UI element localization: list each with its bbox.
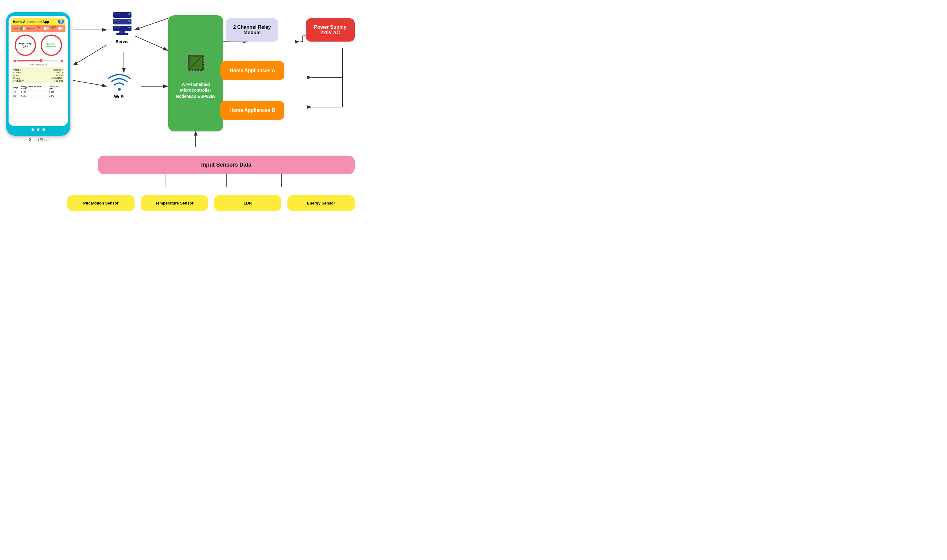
pir-sensor-box: PIR Motion Sensor: [67, 195, 134, 211]
svg-rect-32: [113, 26, 131, 31]
light-label: Light :: [51, 26, 56, 31]
svg-rect-27: [128, 13, 130, 15]
energy-table-col2: Energy Consumption (KWh): [20, 85, 48, 91]
phone-title: Home Automation App: [13, 20, 49, 23]
ldr-label: LDR: [244, 201, 252, 205]
svg-rect-25: [114, 13, 117, 14]
temp-sensor-box: Temperature Sensor: [141, 195, 208, 211]
temp-sensor-circle: High Temp 28°: [15, 35, 36, 56]
current-value: : 0.000 A: [54, 72, 63, 74]
motion-sensor-circle: Motion Detected: [41, 35, 62, 56]
energy-label: Energy: [14, 77, 20, 79]
svg-rect-35: [128, 26, 130, 28]
slider-bar[interactable]: [17, 60, 59, 62]
light-intensity-label: Light Intensity 28: [11, 63, 65, 66]
energy-table-col3: Daily Cost (RM): [48, 85, 64, 91]
svg-rect-55: [193, 70, 194, 73]
phone-dot-2: [37, 128, 40, 131]
svg-rect-28: [113, 19, 131, 25]
auto-toggle[interactable]: [20, 27, 25, 30]
svg-rect-30: [118, 20, 120, 21]
svg-rect-33: [114, 26, 117, 28]
fan-toggle[interactable]: [43, 27, 49, 30]
svg-line-6: [73, 80, 107, 86]
day-22: 22: [12, 94, 20, 98]
auto-label: Auto: [13, 27, 18, 30]
phone-dots: [9, 126, 68, 132]
svg-rect-42: [185, 57, 188, 59]
phone-controls: Auto Manual Fan : Light :: [11, 25, 65, 32]
energy-sensor-label: Energy Sensor: [307, 201, 335, 205]
energy-value: : 0.108 KWh: [51, 77, 63, 79]
phone-g-button[interactable]: G: [58, 20, 64, 23]
mcu-chip-icon: [180, 48, 211, 78]
ldr-sensor-box: LDR: [214, 195, 281, 211]
svg-rect-50: [191, 52, 192, 55]
svg-line-8: [134, 36, 168, 51]
phone: Home Automation App G Auto Manual Fan : …: [6, 12, 70, 136]
voltage-value: : 247.90 V: [53, 69, 63, 71]
slider-right-dot: [60, 60, 63, 62]
light-toggle[interactable]: [58, 27, 64, 30]
phone-dot-3: [43, 128, 45, 131]
appliance-a-box: Home Appliances A: [220, 61, 284, 80]
pir-label: PIR Motion Sensor: [83, 201, 119, 205]
svg-rect-43: [185, 60, 188, 62]
energy-table: Days Energy Consumption (KWh) Daily Cost…: [12, 85, 64, 98]
voltage-row: Voltage : 247.90 V: [14, 68, 63, 71]
power-label: Power: [14, 74, 20, 77]
phone-container: Home Automation App G Auto Manual Fan : …: [6, 12, 73, 142]
energy-table-col1: Days: [12, 85, 20, 91]
wifi-icon: [107, 73, 131, 92]
temp-label: Temperature Sensor: [155, 201, 193, 205]
svg-rect-44: [185, 63, 188, 64]
fan-label: Fan :: [37, 26, 42, 31]
svg-rect-54: [191, 70, 192, 73]
mcu-line3: NodeMCU ESP8266: [176, 94, 216, 99]
current-row: Current : 0.000 A: [14, 71, 63, 74]
appliance-b-box: Home Appliances B: [220, 101, 284, 120]
relay-label-line1: 2 Channel Relay: [233, 25, 271, 30]
mcu-box: Wi-Fi Enabled Microcontroller NodeMCU ES…: [168, 15, 223, 131]
slider-thumb: [40, 59, 43, 62]
relay-box: 2 Channel Relay Module: [226, 18, 278, 42]
svg-rect-51: [193, 52, 194, 55]
power-label-line1: Power Supply: [314, 25, 346, 30]
mcu-label: Wi-Fi Enabled Microcontroller NodeMCU ES…: [176, 82, 216, 100]
relay-label-line2: Module: [243, 30, 260, 35]
svg-rect-29: [114, 20, 117, 21]
voltage-label: Voltage: [14, 69, 20, 71]
frequency-label: Frequency: [14, 80, 23, 82]
svg-rect-52: [196, 52, 197, 55]
phone-header: Home Automation App G: [11, 18, 65, 25]
energy-row: Energy : 0.108 KWh: [14, 77, 63, 80]
power-supply-box: Power Supply 220V AC: [306, 18, 355, 42]
svg-rect-46: [203, 57, 206, 59]
cost-21: 0.041: [48, 91, 64, 94]
sensor-boxes: PIR Motion Sensor Temperature Sensor LDR…: [67, 195, 355, 211]
svg-line-3: [73, 45, 107, 65]
energy-21: 0.182: [20, 91, 48, 94]
wifi-label: Wi-Fi: [107, 94, 131, 99]
svg-rect-26: [118, 13, 120, 14]
phone-dot-1: [31, 128, 34, 131]
diagram: Home Automation App G Auto Manual Fan : …: [6, 6, 361, 214]
current-label: Current: [14, 72, 20, 74]
phone-screen: Home Automation App G Auto Manual Fan : …: [9, 16, 68, 126]
svg-rect-57: [199, 70, 200, 73]
svg-rect-31: [128, 20, 130, 22]
wifi-box: Wi-Fi: [107, 73, 131, 99]
sensors-data-box: Input Sensors Data: [98, 155, 355, 174]
frequency-row: Frequency : 49.9 Hz: [14, 80, 63, 82]
sensors-data-label: Input Sensors Data: [201, 162, 251, 168]
day-21: 21: [12, 91, 20, 94]
power-value: : 0.60 W: [55, 74, 63, 77]
svg-rect-24: [113, 12, 131, 18]
svg-rect-49: [203, 66, 206, 67]
high-temp-line1: High Temp: [19, 42, 31, 45]
svg-point-38: [118, 88, 121, 91]
server-label: Server: [110, 39, 134, 44]
sensor-display: High Temp 28° Motion Detected: [11, 32, 65, 58]
motion-line1: Motion: [47, 43, 55, 45]
svg-rect-48: [203, 63, 206, 64]
